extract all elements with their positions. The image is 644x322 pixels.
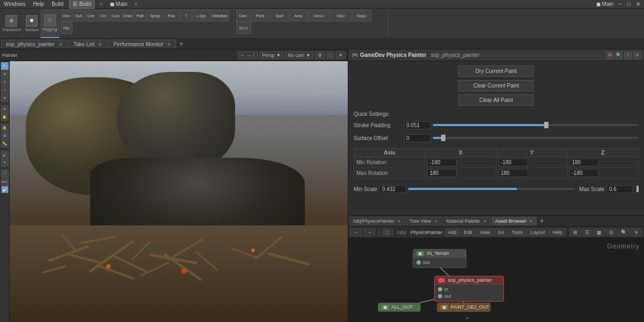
tool-pose[interactable]: 🖐 <box>1 113 9 121</box>
node-canvas[interactable]: Geometry ▣ IN_Terrain <box>348 238 644 322</box>
tab-sop-physics[interactable]: sop_physics_painter ✕ <box>1 40 68 48</box>
tool-misc2[interactable]: abc <box>1 178 9 185</box>
menu-build[interactable]: Build <box>50 1 65 7</box>
tool-plastic[interactable]: Plas <box>164 10 180 21</box>
ne-tab-close-2[interactable]: ✕ <box>483 219 487 224</box>
tool-view[interactable]: 👁 <box>1 105 9 113</box>
tool-select[interactable]: ↖ <box>1 62 9 70</box>
tool-geo-light[interactable]: GeoLt <box>308 10 330 21</box>
stroke-padding-slider[interactable] <box>433 124 639 126</box>
tool-rotate[interactable]: ↻ <box>1 78 9 86</box>
arrow-right-icon[interactable]: → <box>246 53 251 58</box>
tool-camera[interactable]: Cam <box>236 10 250 21</box>
tool-spray[interactable]: Spray <box>147 10 163 21</box>
min-scale-value[interactable]: 0.432 <box>379 185 406 193</box>
tool-metaball[interactable]: MetaBall <box>210 10 230 21</box>
ne-tab-asset[interactable]: Asset Browser ✕ <box>492 217 537 225</box>
ne-icon-edit[interactable]: Edit <box>461 229 476 236</box>
dry-current-paint-btn[interactable]: Dry Current Paint <box>458 65 533 77</box>
ne-tab-close-3[interactable]: ✕ <box>529 219 533 224</box>
tool-handle[interactable]: ✦ <box>1 94 9 102</box>
tool-point-light[interactable]: Point <box>251 10 270 21</box>
tool-misc3[interactable]: 🖌 <box>1 186 9 193</box>
tool-curve[interactable]: Curv <box>110 10 122 21</box>
tool-misc1[interactable]: ⬡ <box>1 170 9 177</box>
tool-scale-tool[interactable]: ⤡ <box>1 86 9 94</box>
tool-circle[interactable]: Circ <box>98 10 109 21</box>
ne-btn-forward[interactable]: → <box>364 229 375 236</box>
panel-icon-close[interactable]: ✕ <box>633 52 641 59</box>
tab-add-button[interactable]: + <box>177 39 185 49</box>
tool-draw-curve[interactable]: Draw <box>122 10 134 21</box>
panel-icon-help[interactable]: ? <box>624 52 632 59</box>
tool-area-light[interactable]: Area <box>289 10 308 21</box>
tool-null[interactable]: Null <box>73 10 85 21</box>
ne-tab-obj-physics[interactable]: /obj/PhysicsPainter ✕ <box>349 217 405 225</box>
tool-paint[interactable]: 🖌 <box>1 151 9 158</box>
viewport-close-btn[interactable]: ✕ <box>336 52 346 59</box>
ne-icon-tools[interactable]: Tools <box>508 229 526 236</box>
tool-volume-light[interactable]: VolLt <box>330 10 352 21</box>
ne-icon-layout[interactable]: Layout <box>527 229 548 236</box>
ne-icon-details[interactable]: ▦ <box>594 229 605 236</box>
ne-icon-view[interactable]: View <box>477 229 493 236</box>
toolbar-transform[interactable]: ⊞ Transform <box>0 9 23 38</box>
panel-icon-cog[interactable]: ⚙ <box>606 52 613 59</box>
ne-tab-close-0[interactable]: ✕ <box>397 219 401 224</box>
surface-offset-value[interactable]: 0 <box>404 134 431 142</box>
tab-close-sop[interactable]: ✕ <box>58 42 63 47</box>
menu-main-right[interactable]: ◼ Main <box>595 1 615 7</box>
ne-icon-list[interactable]: ☰ <box>582 229 592 236</box>
ne-btn-back[interactable]: ← <box>350 229 362 236</box>
tool-line[interactable]: Line <box>85 10 97 21</box>
stroke-padding-value[interactable]: 0.051 <box>404 121 431 129</box>
tab-perf-monitor[interactable]: Performance Monitor ✕ <box>108 40 176 48</box>
ne-icon-help[interactable]: Help <box>549 229 566 236</box>
surface-offset-slider[interactable] <box>433 137 639 139</box>
viewport-wireframe-btn[interactable]: □ <box>326 52 334 59</box>
ne-icon-grid[interactable]: ⊞ <box>570 229 581 236</box>
max-scale-thumb[interactable] <box>636 186 639 192</box>
menu-ie-build[interactable]: IE Build <box>69 0 94 9</box>
menu-maximize[interactable]: □ <box>626 1 632 7</box>
ne-icon-search[interactable]: 🔍 <box>618 229 630 236</box>
tool-sculpt[interactable]: ✎ <box>1 159 9 166</box>
viewport-persp-btn[interactable]: Persp ▼ <box>259 52 283 59</box>
min-scale-slider[interactable] <box>408 188 575 190</box>
ne-tab-add[interactable]: + <box>538 216 546 226</box>
arrow-left-icon[interactable]: ← <box>240 53 245 58</box>
tool-geo[interactable]: Geo <box>61 10 72 21</box>
menu-help[interactable]: Help <box>32 1 46 7</box>
arrow-up-icon[interactable]: ↑ <box>253 53 255 58</box>
toolbar-rigging[interactable]: ⬡ Rigging <box>41 9 59 38</box>
max-scale-value[interactable]: 0.6 <box>606 185 633 193</box>
panel-icon-search[interactable]: 🔍 <box>615 52 623 59</box>
tab-close-perf[interactable]: ✕ <box>167 42 171 47</box>
tool-l-system[interactable]: L-Sys <box>193 10 210 21</box>
menu-minimize[interactable]: − <box>617 1 624 7</box>
viewport-cam-btn[interactable]: No cam ▼ <box>285 52 313 59</box>
menu-close[interactable]: ✕ <box>634 1 642 7</box>
surface-offset-thumb[interactable] <box>441 135 445 141</box>
tool-sky-light[interactable]: SkyLt <box>352 10 371 21</box>
ne-icon-close[interactable]: ✕ <box>631 229 642 236</box>
ne-icon-go[interactable]: Go <box>494 229 507 236</box>
tool-t[interactable]: T <box>180 10 192 21</box>
viewport-settings-btn[interactable]: ⚙ <box>315 52 325 59</box>
ne-tab-material[interactable]: Material Palette ✕ <box>443 217 491 225</box>
stroke-padding-thumb[interactable] <box>544 122 548 128</box>
ne-tab-close-1[interactable]: ✕ <box>434 219 438 224</box>
menu-windows[interactable]: Windows <box>2 1 27 7</box>
tab-take-list[interactable]: Take List ✕ <box>69 40 107 48</box>
node-physics-painter[interactable]: ⬡ sop_physics_painter in out <box>434 276 504 302</box>
tab-close-take[interactable]: ✕ <box>98 42 103 47</box>
tool-snap[interactable]: 🔒 <box>1 124 9 131</box>
tool-spot-light[interactable]: Spot <box>270 10 289 21</box>
clear-current-paint-btn[interactable]: Clear Current Paint <box>458 80 533 91</box>
tool-path[interactable]: Path <box>135 10 147 21</box>
ne-tab-tree[interactable]: Tree View ✕ <box>406 217 442 225</box>
tool-gi-light[interactable]: GI Lt <box>236 22 251 34</box>
tool-translate[interactable]: ⊕ <box>1 70 9 78</box>
toolbar-texture[interactable]: 🔲 Texture <box>23 9 41 38</box>
node-terrain[interactable]: ▣ IN_Terrain out <box>413 249 466 268</box>
